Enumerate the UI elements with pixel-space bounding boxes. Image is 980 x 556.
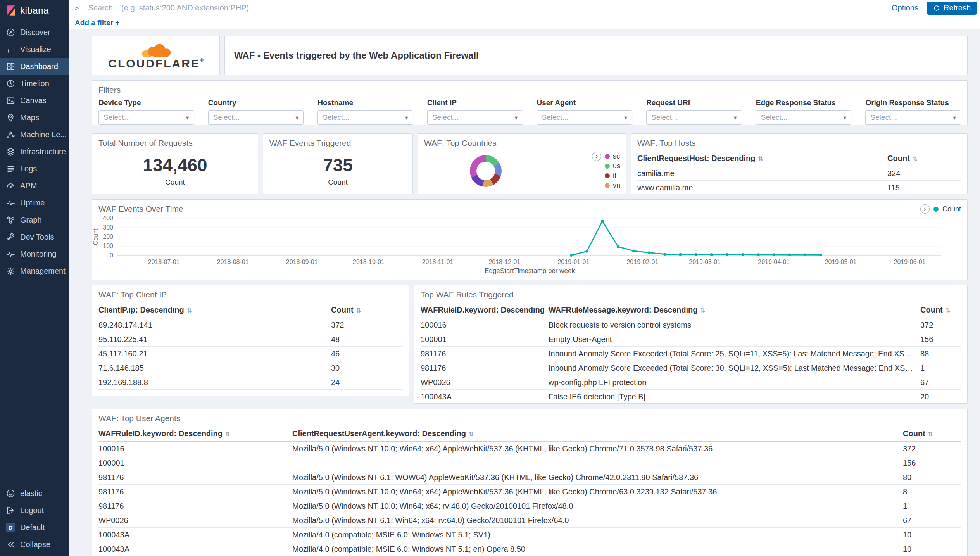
sidebar-item-default[interactable]: DDefault — [0, 519, 69, 536]
add-filter-button[interactable]: Add a filter + — [75, 19, 120, 27]
sort-icon[interactable]: ⇅ — [700, 307, 706, 314]
select-placeholder: Select... — [870, 113, 897, 122]
sidebar-item-label: Visualize — [20, 45, 51, 54]
sidebar-item-canvas[interactable]: Canvas — [0, 92, 69, 109]
sidebar-item-maps[interactable]: Maps — [0, 109, 69, 126]
total-requests-value: 134,460 — [143, 155, 207, 176]
sort-icon[interactable]: ⇅ — [758, 155, 763, 162]
sidebar-item-logs[interactable]: Logs — [0, 160, 69, 177]
sidebar-item-collapse[interactable]: Collapse — [0, 536, 69, 553]
kibana-logo-icon — [5, 5, 16, 16]
legend-label: sc — [613, 152, 620, 161]
x-axis-title: EdgeStartTimestamp per week — [92, 267, 967, 278]
select-placeholder: Select... — [651, 113, 678, 122]
sidebar-item-machine-le[interactable]: Machine Le... — [0, 126, 69, 143]
table-cell: 10 — [903, 528, 961, 542]
sidebar-item-discover[interactable]: Discover — [0, 24, 69, 41]
table-row: 89.248.174.141372 — [98, 318, 403, 332]
table-row: 45.117.160.2146 — [98, 347, 403, 361]
waf-events-title: WAF Events Triggered — [263, 134, 412, 151]
table-row: 981176Mozilla/5.0 (Windows NT 10.0; Win6… — [98, 499, 961, 513]
sidebar-item-uptime[interactable]: Uptime — [0, 194, 69, 211]
sidebar-item-label: Infrastructure — [20, 147, 66, 156]
sort-icon[interactable]: ⇅ — [945, 307, 951, 314]
column-header[interactable]: ClientRequestHost: Descending⇅ — [637, 151, 887, 166]
origin-response-status-select[interactable]: Select...▾ — [865, 110, 961, 125]
refresh-button[interactable]: Refresh — [927, 2, 977, 15]
legend-item-vn[interactable]: vn — [605, 181, 620, 190]
sidebar-item-logout[interactable]: Logout — [0, 502, 69, 519]
sort-icon[interactable]: ⇅ — [913, 155, 918, 162]
chevron-down-icon: ▾ — [186, 114, 189, 121]
table-cell: 981176 — [421, 361, 549, 375]
options-button[interactable]: Options — [892, 3, 918, 12]
column-header[interactable]: WAFRuleID.keyword: Descending⇅ — [421, 302, 549, 318]
sidebar-item-label: Canvas — [20, 96, 47, 105]
sidebar-item-monitoring[interactable]: Monitoring — [0, 245, 69, 262]
client-ip-select[interactable]: Select...▾ — [427, 110, 523, 125]
legend-item-us[interactable]: us — [605, 161, 620, 171]
device-type-select[interactable]: Select...▾ — [98, 110, 194, 125]
uptime-icon — [5, 198, 16, 208]
top-client-ip-panel: WAF: Top Client IP ClientIP.ip: Descendi… — [92, 285, 409, 396]
graph-icon — [5, 215, 16, 225]
sidebar-item-timelion[interactable]: Timelion — [0, 75, 69, 92]
table-cell: Mozilla/4.0 (compatible; MSIE 6.0; Windo… — [292, 528, 903, 542]
svg-text:2018-09-01: 2018-09-01 — [286, 259, 318, 265]
column-header[interactable]: Count⇅ — [887, 151, 961, 166]
sidebar-item-label: Collapse — [20, 540, 50, 549]
search-input[interactable] — [88, 3, 886, 12]
sidebar-item-management[interactable]: Management — [0, 262, 69, 280]
sidebar-item-infrastructure[interactable]: Infrastructure — [0, 143, 69, 160]
legend-label: vn — [613, 181, 620, 190]
sort-icon[interactable]: ⇅ — [469, 431, 474, 437]
filter-fields: Device TypeSelect...▾CountrySelect...▾Ho… — [92, 98, 967, 125]
table-cell: camilia.me — [637, 166, 887, 181]
legend-item-it[interactable]: it — [605, 171, 620, 181]
legend-toggle-icon[interactable]: › — [920, 204, 930, 214]
count-series-label[interactable]: Count — [942, 205, 961, 213]
kibana-logo[interactable]: kibana — [0, 0, 69, 24]
table-cell: 100016 — [421, 318, 549, 332]
column-header[interactable]: WAFRuleID.keyword: Descending⇅ — [98, 426, 292, 442]
events-over-time-chart[interactable]: 01002003004002018-07-012018-08-012018-09… — [92, 215, 955, 267]
sidebar-item-label: Logout — [20, 506, 44, 515]
sort-icon[interactable]: ⇅ — [356, 307, 361, 314]
column-header[interactable]: Count⇅ — [903, 426, 961, 442]
sidebar-item-dashboard[interactable]: Dashboard — [0, 58, 69, 75]
table-row: 100043AMozilla/4.0 (compatible; MSIE 6.0… — [98, 542, 961, 556]
sidebar-item-apm[interactable]: APM — [0, 177, 69, 194]
svg-text:300: 300 — [103, 224, 113, 231]
table-cell: 89.248.174.141 — [98, 318, 331, 332]
column-header[interactable]: ClientIP.ip: Descending⇅ — [98, 302, 331, 318]
sidebar-item-visualize[interactable]: Visualize — [0, 41, 69, 58]
legend-item-sc[interactable]: sc — [605, 152, 620, 161]
request-uri-select[interactable]: Select...▾ — [646, 110, 742, 125]
column-header[interactable]: WAFRuleMessage.keyword: Descending⇅ — [549, 302, 920, 318]
sort-icon[interactable]: ⇅ — [187, 307, 192, 314]
sidebar-item-graph[interactable]: Graph — [0, 211, 69, 228]
top-user-agents-table: WAFRuleID.keyword: Descending⇅ClientRequ… — [92, 426, 967, 556]
hostname-select[interactable]: Select...▾ — [317, 110, 413, 125]
filter-label: Edge Response Status — [756, 98, 852, 107]
table-cell: 981176 — [98, 485, 292, 499]
collapse-icon — [5, 539, 16, 549]
country-select[interactable]: Select...▾ — [208, 110, 304, 125]
legend-toggle-icon[interactable]: › — [592, 152, 601, 161]
user-agent-select[interactable]: Select...▾ — [537, 110, 633, 125]
filter-bar: Add a filter + — [69, 16, 980, 29]
column-header[interactable]: ClientRequestUserAgent.keyword: Descendi… — [292, 426, 903, 442]
countries-donut-chart[interactable] — [470, 155, 502, 187]
sort-icon[interactable]: ⇅ — [928, 431, 933, 437]
column-header[interactable]: Count⇅ — [331, 302, 403, 318]
sidebar-item-elastic[interactable]: elastic — [0, 485, 69, 502]
edge-response-status-select[interactable]: Select...▾ — [756, 110, 852, 125]
sidebar-item-dev-tools[interactable]: Dev Tools — [0, 228, 69, 245]
table-cell: Mozilla/4.0 (compatible; MSIE 6.0; Windo… — [292, 542, 903, 556]
legend-label: it — [613, 172, 616, 180]
events-over-time-title: WAF Events Over Time — [98, 204, 183, 214]
table-cell: Mozilla/5.0 (Windows NT 10.0; Win64; x64… — [292, 499, 903, 513]
table-cell: 80 — [903, 470, 961, 485]
sort-icon[interactable]: ⇅ — [225, 431, 230, 437]
column-header[interactable]: Count⇅ — [920, 302, 961, 318]
